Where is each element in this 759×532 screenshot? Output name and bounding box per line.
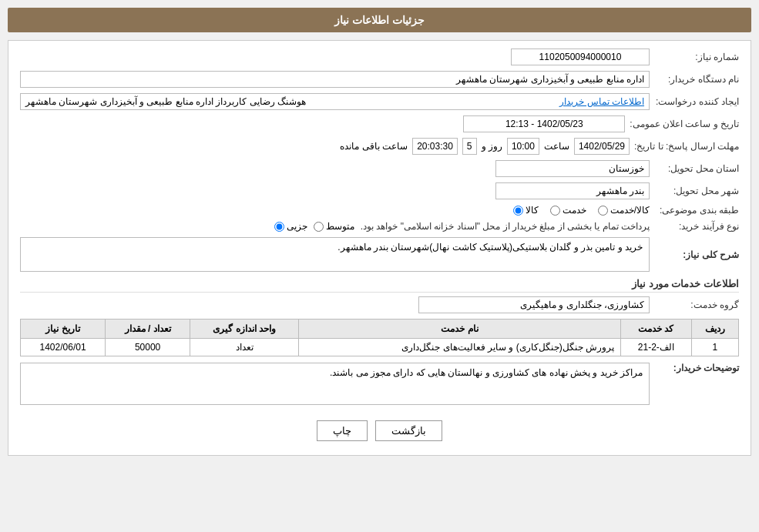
publish-date-label: تاریخ و ساعت اعلان عمومی: [630,119,739,129]
deadline-remaining: 20:03:30 [412,138,458,155]
category-khedmat-radio[interactable] [550,206,560,216]
cell-unit-0: تعداد [190,339,299,356]
action-buttons-row: بازگشت چاپ [20,414,739,447]
creator-container: اطلاعات تماس خریدار هوشنگ رضایی کاربرداز… [20,93,650,110]
page-title: جزئیات اطلاعات نیاز [334,14,425,26]
process-jozii-label: جزیی [287,221,307,232]
process-motavaset-radio[interactable] [314,222,324,232]
category-option-khedmat[interactable]: خدمت [550,205,586,216]
category-kala-radio[interactable] [513,206,523,216]
services-table: ردیف کد خدمت نام خدمت واحد اندازه گیری ت… [20,319,739,356]
publish-date-value: 1402/05/23 - 12:13 [463,115,625,132]
process-option-jozii[interactable]: جزیی [274,221,307,232]
process-motavaset-label: متوسط [326,221,354,232]
service-group-row: گروه خدمت: کشاورزی، جنگلداری و ماهیگیری [20,296,739,313]
back-button[interactable]: بازگشت [375,420,442,441]
deadline-day-label: روز و [482,141,502,152]
deadline-time: 10:00 [507,138,539,155]
col-header-name: نام خدمت [299,320,621,339]
city-value: بندر ماهشهر [495,182,650,199]
province-label: استان محل تحویل: [654,163,739,174]
col-header-code: کد خدمت [621,320,691,339]
province-row: استان محل تحویل: خوزستان [20,160,739,177]
buyer-notes-container: مراکز خرید و پخش نهاده های کشاورزی و نها… [20,363,650,405]
buyer-org-row: نام دستگاه خریدار: اداره منابع طبیعی و آ… [20,71,739,88]
request-number-label: شماره نیاز: [654,52,739,62]
category-row: طبقه بندی موضوعی: کالا/خدمت خدمت کالا [20,205,739,216]
category-label: طبقه بندی موضوعی: [654,205,739,216]
deadline-row: مهلت ارسال پاسخ: تا تاریخ: 1402/05/29 سا… [20,138,739,155]
cell-quantity-0: 50000 [106,339,190,356]
col-header-row: ردیف [691,320,738,339]
table-row: 1 الف-2-21 پرورش جنگل(جنگل‌کاری) و سایر … [21,339,739,356]
description-row: شرح کلی نیاز: خرید و تامین بذر و گلدان ب… [20,237,739,272]
creator-row: ایجاد کننده درخواست: اطلاعات تماس خریدار… [20,93,739,110]
description-label: شرح کلی نیاز: [654,249,739,260]
creator-link[interactable]: اطلاعات تماس خریدار [559,96,644,107]
buyer-org-label: نام دستگاه خریدار: [654,74,739,85]
cell-date-0: 1402/06/01 [21,339,106,356]
payment-text: پرداخت تمام یا بخشی از مبلغ خریدار از مح… [361,221,650,232]
category-option-kala[interactable]: کالا [513,205,539,216]
buyer-org-value: اداره منابع طبیعی و آبخیزداری شهرستان ما… [20,71,650,88]
services-section-title: اطلاعات خدمات مورد نیاز [20,278,739,293]
cell-code-0: الف-2-21 [621,339,691,356]
main-card: شماره نیاز: 1102050094000010 نام دستگاه … [8,40,751,456]
table-header-row: ردیف کد خدمت نام خدمت واحد اندازه گیری ت… [21,320,739,339]
service-group-label: گروه خدمت: [654,299,739,310]
category-kala-khedmat-label: کالا/خدمت [610,205,650,216]
creator-label: ایجاد کننده درخواست: [654,96,739,107]
request-number-row: شماره نیاز: 1102050094000010 [20,49,739,65]
category-radio-group: کالا/خدمت خدمت کالا [513,205,650,216]
buyer-notes-value: مراکز خرید و پخش نهاده های کشاورزی و نها… [330,367,643,378]
process-label: نوع فرآیند خرید: [654,221,739,232]
request-number-value: 1102050094000010 [511,49,650,65]
province-value: خوزستان [495,160,650,177]
deadline-days: 5 [462,138,477,155]
buyer-notes-label: توضیحات خریدار: [654,363,739,373]
process-option-motavaset[interactable]: متوسط [314,221,354,232]
city-label: شهر محل تحویل: [654,186,739,196]
city-row: شهر محل تحویل: بندر ماهشهر [20,182,739,199]
deadline-time-label: ساعت [544,141,569,152]
creator-value: هوشنگ رضایی کاربرداز اداره منابع طبیعی و… [25,96,306,107]
category-kala-khedmat-radio[interactable] [598,206,608,216]
col-header-date: تاریخ نیاز [21,320,106,339]
description-value: خرید و تامین بذر و گلدان بلاستیکی(پلاستی… [20,237,650,272]
service-group-value: کشاورزی، جنگلداری و ماهیگیری [418,296,650,313]
page-wrapper: جزئیات اطلاعات نیاز شماره نیاز: 11020500… [0,0,759,532]
deadline-remaining-label: ساعت باقی مانده [340,141,408,152]
process-options: پرداخت تمام یا بخشی از مبلغ خریدار از مح… [274,221,650,232]
cell-row-0: 1 [691,339,738,356]
deadline-label: مهلت ارسال پاسخ: تا تاریخ: [634,141,739,152]
process-row: نوع فرآیند خرید: پرداخت تمام یا بخشی از … [20,221,739,232]
publish-date-row: تاریخ و ساعت اعلان عمومی: 1402/05/23 - 1… [20,115,739,132]
page-header: جزئیات اطلاعات نیاز [8,8,751,32]
process-jozii-radio[interactable] [274,222,284,232]
category-khedmat-label: خدمت [563,205,586,216]
buyer-notes-row: توضیحات خریدار: مراکز خرید و پخش نهاده ه… [20,363,739,405]
print-button[interactable]: چاپ [317,420,368,441]
cell-name-0: پرورش جنگل(جنگل‌کاری) و سایر فعالیت‌های … [299,339,621,356]
category-option-kala-khedmat[interactable]: کالا/خدمت [598,205,650,216]
deadline-date: 1402/05/29 [574,138,630,155]
col-header-unit: واحد اندازه گیری [190,320,299,339]
col-header-quantity: تعداد / مقدار [106,320,190,339]
category-kala-label: کالا [526,205,539,216]
